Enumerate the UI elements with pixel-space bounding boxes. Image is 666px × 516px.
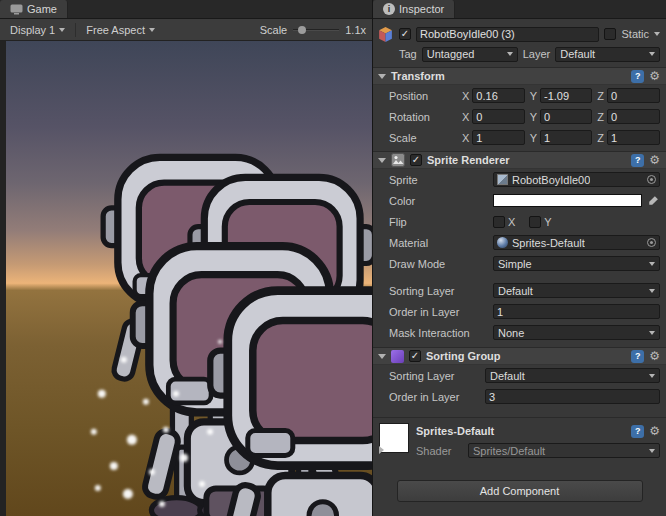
sprite-row: Sprite RobotBoyIdle00 — [373, 171, 660, 188]
shader-label: Shader — [416, 445, 462, 457]
rotation-row: Rotation X Y Z — [373, 108, 660, 125]
scale-label: Scale — [260, 24, 288, 36]
sorting-group-title: Sorting Group — [426, 350, 501, 362]
sprite-thumbnail-icon — [497, 174, 508, 185]
tab-inspector[interactable]: i Inspector — [373, 0, 455, 18]
help-icon[interactable]: ? — [631, 70, 644, 83]
gameobject-header: ✓ Static Tag Untagged Layer Default — [373, 19, 666, 67]
chevron-down-icon — [649, 374, 655, 378]
material-object-field[interactable]: Sprites-Default — [493, 235, 660, 250]
flip-x-label: X — [508, 216, 515, 228]
layer-label: Layer — [523, 48, 551, 60]
gameobject-enabled-checkbox[interactable]: ✓ — [399, 28, 411, 40]
particle — [199, 481, 205, 487]
draw-mode-row: Draw Mode Simple — [373, 255, 660, 272]
foldout-icon[interactable] — [378, 354, 386, 359]
scale-row: Scale X Y Z — [373, 129, 660, 146]
color-swatch[interactable] — [493, 194, 642, 207]
sprite-renderer-header[interactable]: ✓ Sprite Renderer ? ⚙ — [373, 151, 666, 169]
sg-sorting-layer-dropdown[interactable]: Default — [485, 368, 660, 383]
tag-label: Tag — [377, 48, 417, 60]
object-picker-icon[interactable] — [647, 175, 656, 184]
static-checkbox[interactable] — [604, 28, 616, 40]
scale-slider-knob[interactable] — [298, 26, 306, 34]
position-z-field[interactable] — [607, 88, 660, 103]
eyedropper-icon[interactable] — [646, 195, 660, 207]
material-foldout-icon[interactable] — [379, 446, 384, 454]
gameobject-name-field[interactable] — [416, 27, 599, 42]
chevron-down-icon — [649, 52, 655, 56]
static-label: Static — [621, 28, 649, 40]
help-icon[interactable]: ? — [631, 425, 644, 438]
particle — [123, 489, 133, 499]
inspector-panel: i Inspector ✓ Static Tag Un — [372, 0, 666, 516]
flip-y-checkbox[interactable] — [529, 216, 541, 228]
layer-dropdown[interactable]: Default — [555, 47, 660, 62]
particle — [218, 340, 222, 344]
particle — [207, 429, 213, 435]
rotation-z-field[interactable] — [607, 109, 660, 124]
position-y-field[interactable] — [540, 88, 592, 103]
material-sphere-icon — [497, 237, 508, 248]
gear-icon[interactable]: ⚙ — [649, 154, 660, 167]
object-picker-icon[interactable] — [647, 238, 656, 247]
foldout-icon[interactable] — [378, 158, 386, 163]
position-row: Position X Y Z — [373, 87, 660, 104]
tag-dropdown[interactable]: Untagged — [422, 47, 518, 62]
robot-sprites — [103, 157, 372, 516]
draw-mode-dropdown[interactable]: Simple — [493, 256, 660, 271]
game-toolbar: Display 1 Free Aspect Scale 1.1x — [0, 19, 372, 41]
mask-interaction-dropdown[interactable]: None — [493, 325, 660, 340]
scale-z-field[interactable] — [607, 130, 660, 145]
rotation-y-field[interactable] — [540, 109, 592, 124]
order-in-layer-field[interactable] — [493, 304, 660, 319]
sorting-group-enabled-checkbox[interactable]: ✓ — [409, 350, 421, 362]
sg-order-in-layer-field[interactable] — [485, 389, 660, 404]
particle — [95, 485, 101, 491]
sprite-object-field[interactable]: RobotBoyIdle00 — [493, 172, 660, 187]
static-dropdown-icon[interactable] — [654, 32, 660, 36]
chevron-down-icon — [649, 331, 655, 335]
sg-sorting-layer-row: Sorting Layer Default — [373, 367, 660, 384]
toolbar-divider — [75, 23, 76, 37]
gear-icon[interactable]: ⚙ — [649, 70, 660, 83]
position-x-field[interactable] — [472, 88, 524, 103]
chevron-down-icon — [507, 52, 513, 56]
info-icon: i — [383, 3, 395, 15]
game-viewport[interactable] — [6, 41, 372, 516]
flip-y-label: Y — [544, 216, 551, 228]
sg-order-in-layer-row: Order in Layer — [373, 388, 660, 405]
help-icon[interactable]: ? — [631, 350, 644, 363]
aspect-dropdown-label: Free Aspect — [86, 24, 145, 36]
color-row: Color — [373, 192, 660, 209]
chevron-down-icon — [149, 28, 155, 32]
aspect-dropdown[interactable]: Free Aspect — [82, 21, 159, 39]
rotation-x-field[interactable] — [472, 109, 524, 124]
sorting-group-header[interactable]: ✓ Sorting Group ? ⚙ — [373, 347, 666, 365]
gear-icon[interactable]: ⚙ — [649, 350, 660, 363]
particle — [173, 391, 179, 397]
scale-slider[interactable] — [293, 24, 339, 36]
foldout-icon[interactable] — [378, 74, 386, 79]
gameobject-cube-icon — [377, 26, 394, 43]
sprite-renderer-enabled-checkbox[interactable]: ✓ — [410, 154, 422, 166]
flip-x-checkbox[interactable] — [493, 216, 505, 228]
game-tab-label: Game — [27, 3, 57, 15]
tab-game[interactable]: Game — [0, 0, 68, 18]
transform-header[interactable]: Transform ? ⚙ — [373, 67, 666, 85]
scale-x-field[interactable] — [472, 130, 524, 145]
scale-y-field[interactable] — [540, 130, 592, 145]
help-icon[interactable]: ? — [631, 154, 644, 167]
game-panel: Game Display 1 Free Aspect Scale 1.1x — [0, 0, 372, 516]
unity-editor: Game Display 1 Free Aspect Scale 1.1x — [0, 0, 666, 516]
chevron-down-icon — [649, 262, 655, 266]
particle — [127, 435, 137, 445]
game-tabstrip: Game — [0, 0, 372, 19]
sorting-layer-dropdown[interactable]: Default — [493, 283, 660, 298]
transform-title: Transform — [391, 70, 445, 82]
shader-dropdown[interactable]: Sprites/Default — [468, 443, 660, 458]
add-component-button[interactable]: Add Component — [397, 480, 643, 502]
gear-icon[interactable]: ⚙ — [649, 425, 660, 438]
game-tab-icon — [10, 4, 23, 15]
display-dropdown[interactable]: Display 1 — [6, 21, 69, 39]
